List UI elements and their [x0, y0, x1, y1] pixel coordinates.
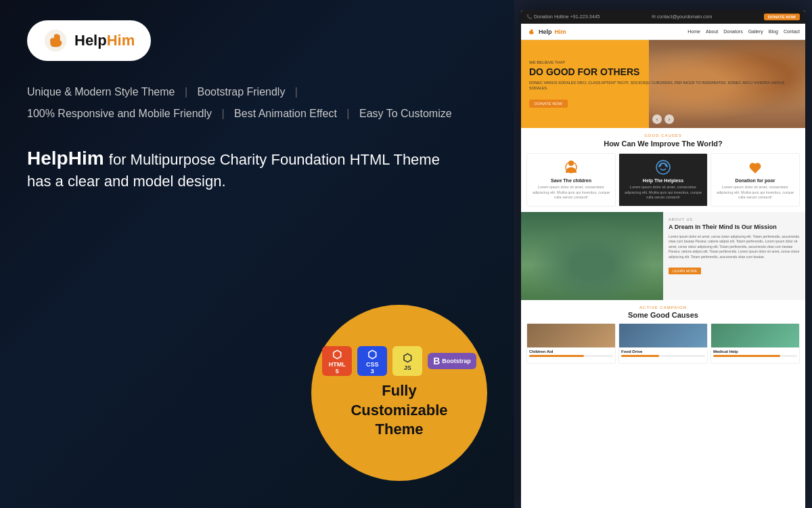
nav-logo-icon — [526, 27, 536, 37]
about-tag: ABOUT US — [669, 217, 800, 221]
logo-text: HelpHim — [74, 32, 135, 49]
gc-bar-3 — [713, 355, 780, 357]
gc-title-3: Medical Help — [713, 350, 797, 354]
svg-point-5 — [665, 165, 667, 167]
nav-logo: HelpHim — [526, 27, 566, 37]
gc-info-1: Children Aid — [527, 347, 615, 359]
logo-oval: HelpHim — [27, 20, 151, 61]
about-img-overlay — [521, 212, 663, 300]
gc-bar-bg-2 — [621, 355, 705, 357]
nav-logo-text-help: Help — [539, 28, 552, 35]
about-image — [521, 212, 663, 300]
hero-section: WE BELIEVE THAT DO GOOD FOR OTHERS DONEC… — [521, 40, 805, 128]
nav-contact: Contact — [784, 29, 800, 34]
cause-desc-3: Lorem ipsum dolor sit amet, consectetur … — [714, 185, 796, 200]
hero-donate-btn: DONATE NOW — [529, 100, 568, 108]
good-causes-section: ACTIVE CAMPAIGN Some Good Causes Childre… — [521, 300, 805, 369]
good-causes-tag: ACTIVE CAMPAIGN — [526, 305, 800, 310]
feature-4: Best Animation Effect — [234, 108, 337, 119]
cause-title-3: Donation for poor — [714, 178, 796, 183]
gc-card-3: Medical Help — [710, 323, 800, 364]
about-title: A Dream In Their Mind Is Our Mission — [669, 224, 800, 232]
brand-name: HelpHim — [27, 148, 104, 169]
right-panel: 📞 Donation Hotline +91-223-3445 ✉ contac… — [514, 0, 812, 508]
feature-2: Bootstrap Friendly — [198, 86, 286, 98]
topbar-donate-btn: DONATE NOW — [764, 14, 800, 20]
good-causes-cards: Children Aid Food Drive Medical Help — [526, 323, 800, 364]
desc-regular: for Multipurpose Charity Foundation HTML… — [109, 151, 440, 168]
cause-card-3: Donation for poor Lorem ipsum dolor sit … — [710, 153, 800, 207]
gc-info-3: Medical Help — [711, 347, 799, 359]
gc-bar-bg-3 — [713, 355, 797, 357]
nav-links: Home About Donators Gallery Blog Contact — [687, 29, 800, 34]
left-panel: HelpHim Unique & Modern Style Theme | Bo… — [0, 0, 514, 508]
feature-3: 100% Responsive and Mobile Friendly — [27, 108, 212, 119]
gc-img-1 — [527, 324, 615, 347]
circle-badge: ⬡ HTML5 ⬡ CSS3 ⬡ JS B Bootstrap — [311, 305, 487, 481]
html5-badge: ⬡ HTML5 — [322, 346, 352, 376]
about-section: ABOUT US A Dream In Their Mind Is Our Mi… — [521, 212, 805, 300]
main-description: HelpHim for Multipurpose Charity Foundat… — [27, 145, 487, 192]
hero-sub: DONEC VARIUS SODALES ORCI, CLASS APTENT … — [529, 81, 797, 91]
js-badge: ⬡ JS — [392, 346, 422, 376]
desc-italic: has a clear and model design. — [27, 171, 487, 192]
hero-content: WE BELIEVE THAT DO GOOD FOR OTHERS DONEC… — [521, 52, 805, 115]
gc-info-2: Food Drive — [619, 347, 707, 359]
prev-arrow: ‹ — [652, 114, 662, 124]
gc-img-3 — [711, 324, 799, 347]
next-arrow: › — [664, 114, 674, 124]
cause-icon-1 — [563, 159, 579, 175]
logo-area: HelpHim — [27, 20, 487, 61]
nav-about: About — [706, 29, 718, 34]
site-topbar: 📞 Donation Hotline +91-223-3445 ✉ contac… — [521, 10, 805, 24]
about-content: ABOUT US A Dream In Their Mind Is Our Mi… — [663, 212, 805, 300]
badge-text: Fully Customizable Theme — [351, 381, 447, 440]
causes-title: How Can We Improve The World? — [526, 140, 800, 148]
cause-card-2: Help The Helpless Lorem ipsum dolor sit … — [618, 153, 708, 207]
email: ✉ contact@yourdomain.com — [652, 14, 712, 20]
causes-cards: Save The children Lorem ipsum dolor sit … — [526, 153, 800, 207]
helphim-logo-icon — [43, 28, 68, 53]
causes-tag: GOOD CAUSES — [526, 133, 800, 137]
gc-title-1: Children Aid — [529, 350, 613, 354]
nav-gallery: Gallery — [748, 29, 763, 34]
svg-point-1 — [568, 161, 574, 166]
features-text: Unique & Modern Style Theme | Bootstrap … — [27, 81, 487, 125]
feature-1: Unique & Modern Style Theme — [27, 86, 175, 98]
nav-blog: Blog — [769, 29, 778, 34]
cause-title-2: Help The Helpless — [622, 178, 704, 183]
hero-title: DO GOOD FOR OTHERS — [529, 66, 797, 78]
gc-title-2: Food Drive — [621, 350, 705, 354]
svg-point-4 — [660, 165, 662, 167]
gc-bar-2 — [621, 355, 659, 357]
hero-tag: WE BELIEVE THAT — [529, 60, 797, 64]
nav-logo-text-him: Him — [555, 28, 566, 35]
nav-donators: Donators — [723, 29, 742, 34]
gc-card-1: Children Aid — [526, 323, 616, 364]
hero-arrows: ‹ › — [652, 114, 674, 124]
cause-title-1: Save The children — [530, 178, 612, 183]
tech-icons-row: ⬡ HTML5 ⬡ CSS3 ⬡ JS B Bootstrap — [322, 346, 476, 376]
cause-desc-1: Lorem ipsum dolor sit amet, consectetur … — [530, 185, 612, 200]
hotline: 📞 Donation Hotline +91-223-3445 — [526, 14, 600, 20]
good-causes-title: Some Good Causes — [526, 311, 800, 319]
gc-bar-1 — [529, 355, 584, 357]
nav-home: Home — [687, 29, 700, 34]
site-nav: HelpHim Home About Donators Gallery Blog… — [521, 24, 805, 40]
learn-more-btn: LEARN MORE — [669, 268, 701, 274]
cause-icon-3 — [747, 159, 763, 175]
cause-card-1: Save The children Lorem ipsum dolor sit … — [526, 153, 616, 207]
cause-desc-2: Lorem ipsum dolor sit amet, consectetur … — [622, 185, 704, 200]
cause-icon-2 — [655, 159, 671, 175]
causes-section: GOOD CAUSES How Can We Improve The World… — [521, 128, 805, 212]
gc-card-2: Food Drive — [618, 323, 708, 364]
bootstrap-badge: B Bootstrap — [428, 353, 476, 369]
feature-5: Easy To Customize — [359, 108, 452, 119]
about-text: Lorem ipsum dolor sit amet, conse ctetur… — [669, 234, 800, 260]
website-mockup: 📞 Donation Hotline +91-223-3445 ✉ contac… — [521, 10, 805, 508]
gc-bar-bg-1 — [529, 355, 613, 357]
gc-img-2 — [619, 324, 707, 347]
css3-badge: ⬡ CSS3 — [357, 346, 387, 376]
